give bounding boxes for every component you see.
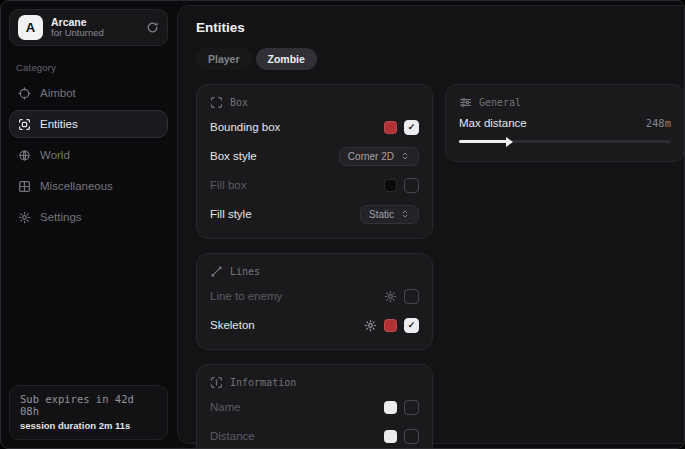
sidebar-item-aimbot[interactable]: Aimbot: [9, 79, 168, 107]
checkbox[interactable]: ✓: [404, 120, 419, 135]
dropdown-value: Static: [369, 209, 394, 220]
sidebar-nav: AimbotEntitiesWorldMiscellaneousSettings: [9, 79, 168, 231]
tab-player[interactable]: Player: [196, 48, 252, 70]
sliders-icon: [459, 96, 472, 109]
subscription-card: Sub expires in 42d 08h session duration …: [9, 385, 168, 440]
max-distance-value: 248m: [646, 117, 671, 129]
feature-row: Fill styleStatic: [210, 203, 419, 225]
color-swatch[interactable]: [384, 401, 397, 414]
checkbox[interactable]: [404, 400, 419, 415]
checkbox[interactable]: ✓: [404, 318, 419, 333]
session-duration-text: session duration 2m 11s: [20, 420, 157, 431]
sidebar-item-label: Entities: [40, 118, 78, 130]
checkbox[interactable]: [404, 178, 419, 193]
card-title: General: [479, 97, 521, 108]
feature-label: Line to enemy: [210, 290, 282, 302]
checkbox[interactable]: [404, 429, 419, 444]
sidebar-item-label: Miscellaneous: [40, 180, 113, 192]
feature-label: Distance: [210, 430, 255, 442]
sidebar-item-label: World: [40, 149, 70, 161]
page-title: Entities: [196, 20, 685, 35]
sidebar-item-world[interactable]: World: [9, 141, 168, 169]
fill-style-dropdown[interactable]: Static: [360, 205, 419, 224]
slider-fill: [459, 140, 508, 143]
box-style-dropdown[interactable]: Corner 2D: [339, 147, 419, 166]
feature-row: Name: [210, 396, 419, 418]
grid-icon: [18, 180, 31, 193]
feature-row: Distance: [210, 425, 419, 447]
dropdown-value: Corner 2D: [348, 151, 394, 162]
feature-label: Box style: [210, 150, 257, 162]
app-window: A Arcane for Unturned Category AimbotEnt…: [0, 0, 685, 449]
entity-tabs: PlayerZombie: [196, 48, 685, 70]
feature-row: Bounding box✓: [210, 116, 419, 138]
feature-label: Skeleton: [210, 319, 255, 331]
sub-expiry-text: Sub expires in 42d 08h: [20, 393, 157, 417]
main-panel: Entities PlayerZombie Box Bounding box✓B…: [177, 5, 685, 444]
app-logo: A: [18, 15, 43, 40]
app-subtitle: for Unturned: [51, 28, 138, 39]
sidebar-item-miscellaneous[interactable]: Miscellaneous: [9, 172, 168, 200]
scan-box-icon: [18, 118, 31, 131]
sidebar-item-entities[interactable]: Entities: [9, 110, 168, 138]
color-swatch[interactable]: [384, 319, 397, 332]
gear-icon[interactable]: [384, 290, 397, 303]
feature-row: Line to enemy: [210, 285, 419, 307]
slider-thumb[interactable]: [506, 137, 513, 147]
color-swatch[interactable]: [384, 430, 397, 443]
globe-icon: [18, 149, 31, 162]
color-swatch[interactable]: [384, 179, 397, 192]
max-distance-label: Max distance: [459, 117, 527, 129]
feature-row: Box styleCorner 2D: [210, 145, 419, 167]
diagonal-line-icon: [210, 265, 223, 278]
gear-icon[interactable]: [364, 319, 377, 332]
info-scan-icon: [210, 376, 223, 389]
sidebar: A Arcane for Unturned Category AimbotEnt…: [1, 1, 176, 448]
sidebar-item-settings[interactable]: Settings: [9, 203, 168, 231]
general-card: General Max distance 248m: [445, 84, 685, 162]
tab-zombie[interactable]: Zombie: [256, 48, 317, 70]
gear-icon: [18, 211, 31, 224]
sync-icon[interactable]: [146, 21, 159, 34]
feature-label: Name: [210, 401, 241, 413]
scan-corners-icon: [210, 96, 223, 109]
brand-card: A Arcane for Unturned: [9, 9, 168, 46]
card-title: Information: [230, 377, 296, 388]
sidebar-item-label: Settings: [40, 211, 82, 223]
information-card: Information NameDistance: [196, 364, 433, 449]
max-distance-slider[interactable]: [459, 134, 671, 148]
crosshair-icon: [18, 87, 31, 100]
box-card: Box Bounding box✓Box styleCorner 2DFill …: [196, 84, 433, 239]
feature-label: Bounding box: [210, 121, 280, 133]
feature-label: Fill style: [210, 208, 252, 220]
lines-card: Lines Line to enemySkeleton✓: [196, 253, 433, 350]
category-label: Category: [16, 62, 168, 73]
checkbox[interactable]: [404, 289, 419, 304]
feature-row: Skeleton✓: [210, 314, 419, 336]
chevrons-up-down-icon: [400, 151, 410, 161]
card-title: Lines: [230, 266, 260, 277]
chevrons-up-down-icon: [400, 209, 410, 219]
color-swatch[interactable]: [384, 121, 397, 134]
sidebar-item-label: Aimbot: [40, 87, 76, 99]
feature-row: Fill box: [210, 174, 419, 196]
feature-label: Fill box: [210, 179, 246, 191]
card-title: Box: [230, 97, 248, 108]
